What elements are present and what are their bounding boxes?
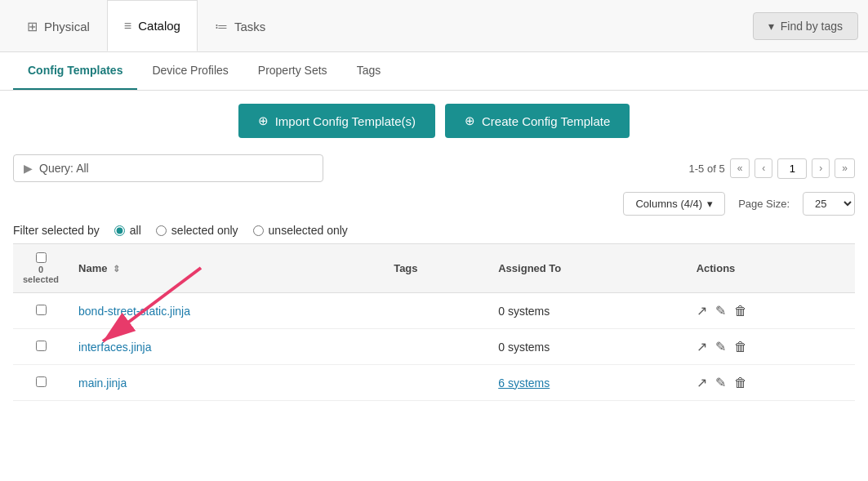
row3-edit-icon[interactable]: ✎ bbox=[715, 375, 726, 390]
row3-delete-icon[interactable]: 🗑 bbox=[734, 376, 747, 390]
columns-button[interactable]: Columns (4/4) ▾ bbox=[623, 192, 725, 216]
row2-edit-icon[interactable]: ✎ bbox=[715, 339, 726, 354]
top-nav: ⊞ Physical ≡ Catalog ≔ Tasks ▾ Find by t… bbox=[0, 0, 868, 52]
filter-icon: ▾ bbox=[768, 20, 774, 33]
create-plus-icon: ⊕ bbox=[465, 114, 475, 128]
row2-select-cell bbox=[13, 329, 69, 365]
nav-tab-tasks[interactable]: ≔ Tasks bbox=[198, 0, 283, 51]
row1-delete-icon[interactable]: 🗑 bbox=[734, 304, 747, 318]
sub-tabs: Config Templates Device Profiles Propert… bbox=[0, 52, 868, 91]
table-row: interfaces.jinja 0 systems ↗ ✎ 🗑 bbox=[13, 329, 855, 365]
query-label: Query: All bbox=[39, 162, 89, 175]
filter-selected-only-label[interactable]: selected only bbox=[156, 224, 238, 237]
filter-all-label[interactable]: all bbox=[114, 224, 141, 237]
table-row: main.jinja 6 systems ↗ ✎ 🗑 bbox=[13, 365, 855, 401]
name-sort-icon: ⇕ bbox=[113, 264, 120, 274]
filter-selected-label: Filter selected by bbox=[13, 224, 100, 237]
content-area: ⊕ Import Config Template(s) ⊕ Create Con… bbox=[0, 91, 868, 414]
import-plus-icon: ⊕ bbox=[258, 114, 269, 128]
query-bar[interactable]: ▶ Query: All bbox=[13, 154, 323, 182]
query-arrow-icon: ▶ bbox=[24, 162, 33, 175]
row3-actions-cell: ↗ ✎ 🗑 bbox=[687, 365, 855, 401]
row3-action-icons: ↗ ✎ 🗑 bbox=[697, 375, 845, 390]
row1-checkbox[interactable] bbox=[36, 305, 47, 315]
sub-tab-device-profiles[interactable]: Device Profiles bbox=[137, 52, 243, 90]
table-row: bond-street-static.jinja 0 systems ↗ ✎ 🗑 bbox=[13, 293, 855, 329]
row3-export-icon[interactable]: ↗ bbox=[697, 375, 707, 390]
filter-all-radio[interactable] bbox=[114, 225, 125, 236]
row3-name-link[interactable]: main.jinja bbox=[78, 376, 127, 390]
filter-row: Filter selected by all selected only uns… bbox=[13, 224, 855, 237]
nav-tab-physical[interactable]: ⊞ Physical bbox=[10, 0, 107, 51]
row2-actions-cell: ↗ ✎ 🗑 bbox=[687, 329, 855, 365]
import-label: Import Config Template(s) bbox=[275, 114, 416, 128]
row3-tags-cell bbox=[384, 365, 488, 401]
row1-actions-cell: ↗ ✎ 🗑 bbox=[687, 293, 855, 329]
query-pagination-row: ▶ Query: All 1-5 of 5 « ‹ › » bbox=[13, 154, 855, 182]
filter-selected-only-text: selected only bbox=[171, 224, 238, 237]
import-config-template-button[interactable]: ⊕ Import Config Template(s) bbox=[238, 104, 435, 138]
pagination-next-button[interactable]: › bbox=[812, 158, 830, 178]
row3-checkbox[interactable] bbox=[36, 376, 47, 387]
sub-tab-tags[interactable]: Tags bbox=[342, 52, 396, 90]
nav-spacer bbox=[283, 0, 752, 51]
pagination-prev-button[interactable]: ‹ bbox=[754, 158, 772, 178]
row2-checkbox[interactable] bbox=[36, 341, 47, 351]
pagination-info: 1-5 of 5 « ‹ › » bbox=[689, 158, 855, 179]
pagination-summary: 1-5 of 5 bbox=[689, 163, 725, 175]
nav-tab-catalog-label: Catalog bbox=[138, 19, 180, 33]
tasks-icon: ≔ bbox=[215, 19, 228, 34]
catalog-icon: ≡ bbox=[124, 19, 131, 33]
pagination-last-button[interactable]: » bbox=[835, 158, 855, 178]
create-config-template-button[interactable]: ⊕ Create Config Template bbox=[445, 104, 630, 138]
row2-tags-cell bbox=[384, 329, 488, 365]
row1-assigned-value: 0 systems bbox=[498, 305, 550, 318]
table-wrapper: 0 selected Name ⇕ Tags Assigned To Acti bbox=[13, 243, 855, 401]
row3-assigned-cell: 6 systems bbox=[488, 365, 686, 401]
nav-tab-catalog[interactable]: ≡ Catalog bbox=[107, 0, 198, 51]
filter-unselected-only-label[interactable]: unselected only bbox=[253, 224, 348, 237]
row1-edit-icon[interactable]: ✎ bbox=[715, 303, 726, 318]
row2-assigned-cell: 0 systems bbox=[488, 329, 686, 365]
row2-name-link[interactable]: interfaces.jinja bbox=[78, 341, 152, 354]
row2-action-icons: ↗ ✎ 🗑 bbox=[697, 339, 845, 354]
select-all-checkbox[interactable] bbox=[36, 252, 47, 263]
physical-icon: ⊞ bbox=[27, 19, 38, 34]
row3-assigned-link[interactable]: 6 systems bbox=[498, 376, 550, 390]
columns-label: Columns (4/4) bbox=[635, 198, 702, 210]
table-header-row: 0 selected Name ⇕ Tags Assigned To Acti bbox=[13, 244, 855, 293]
find-by-tags-label: Find by tags bbox=[781, 20, 843, 33]
th-assigned-to: Assigned To bbox=[488, 244, 686, 293]
filter-selected-only-radio[interactable] bbox=[156, 225, 167, 236]
row1-assigned-cell: 0 systems bbox=[488, 293, 686, 329]
config-templates-table: 0 selected Name ⇕ Tags Assigned To Acti bbox=[13, 243, 855, 401]
row2-assigned-value: 0 systems bbox=[498, 341, 550, 354]
nav-tab-physical-label: Physical bbox=[44, 20, 90, 33]
row1-tags-cell bbox=[384, 293, 488, 329]
action-row: ⊕ Import Config Template(s) ⊕ Create Con… bbox=[13, 104, 855, 138]
pagination-first-button[interactable]: « bbox=[730, 158, 750, 178]
row1-export-icon[interactable]: ↗ bbox=[697, 303, 707, 318]
pagination-page-input[interactable] bbox=[777, 158, 807, 179]
row1-name-link[interactable]: bond-street-static.jinja bbox=[78, 305, 190, 318]
row2-name-cell: interfaces.jinja bbox=[69, 329, 384, 365]
create-label: Create Config Template bbox=[482, 114, 610, 128]
sub-tab-property-sets[interactable]: Property Sets bbox=[243, 52, 342, 90]
filter-all-text: all bbox=[130, 224, 141, 237]
filter-unselected-only-radio[interactable] bbox=[253, 225, 264, 236]
row1-action-icons: ↗ ✎ 🗑 bbox=[697, 303, 845, 318]
sub-tab-config-templates[interactable]: Config Templates bbox=[13, 52, 137, 90]
row1-select-cell bbox=[13, 293, 69, 329]
row3-select-cell bbox=[13, 365, 69, 401]
row3-name-cell: main.jinja bbox=[69, 365, 384, 401]
columns-chevron-icon: ▾ bbox=[707, 198, 713, 210]
th-name[interactable]: Name ⇕ bbox=[69, 244, 384, 293]
find-by-tags-button[interactable]: ▾ Find by tags bbox=[753, 12, 858, 40]
row2-export-icon[interactable]: ↗ bbox=[697, 339, 707, 354]
row2-delete-icon[interactable]: 🗑 bbox=[734, 340, 747, 354]
pagesize-select[interactable]: 10 25 50 100 bbox=[803, 192, 855, 216]
row1-name-cell: bond-street-static.jinja bbox=[69, 293, 384, 329]
controls-row: Columns (4/4) ▾ Page Size: 10 25 50 100 bbox=[13, 192, 855, 216]
th-tags: Tags bbox=[384, 244, 488, 293]
th-select: 0 selected bbox=[13, 244, 69, 293]
